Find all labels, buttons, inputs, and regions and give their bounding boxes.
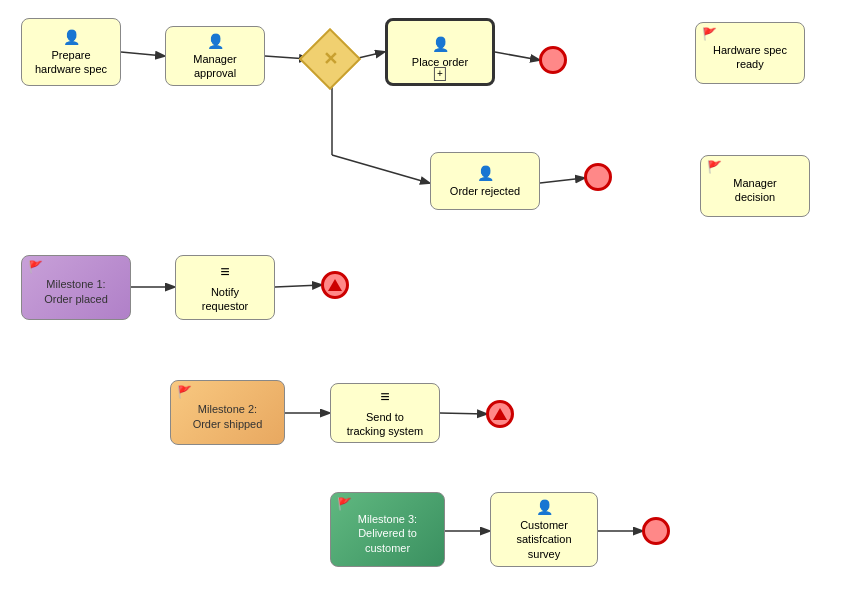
milestone-1-label: Milestone 1: Order placed <box>44 269 108 306</box>
script-icon-2: ≡ <box>380 387 389 408</box>
svg-line-0 <box>121 52 164 56</box>
hw-spec-ready-node: 🚩 Hardware spec ready <box>695 22 805 84</box>
flag-icon-4: 🚩 <box>177 385 192 401</box>
notify-requestor-label: Notify requestor <box>202 285 248 314</box>
svg-line-6 <box>540 178 584 183</box>
manager-decision-node: 🚩 Manager decision <box>700 155 810 217</box>
user-icon3: 👤 <box>432 35 449 53</box>
customer-survey-label: Customer satisfcation survey <box>516 518 571 561</box>
user-icon5: 👤 <box>536 498 553 516</box>
flag-icon-2: 🚩 <box>707 160 722 176</box>
user-icon2: 👤 <box>207 32 224 50</box>
user-icon: 👤 <box>63 28 80 46</box>
gateway-node: ✕ <box>299 28 361 90</box>
script-icon-1: ≡ <box>220 262 229 283</box>
intermediate-event-2 <box>486 400 514 428</box>
manager-approval-node: 👤 Manager approval <box>165 26 265 86</box>
triangle-icon-2 <box>493 408 507 420</box>
triangle-icon-1 <box>328 279 342 291</box>
place-order-node: 👤 Place order + <box>385 18 495 86</box>
gateway-symbol: ✕ <box>323 48 338 70</box>
svg-line-8 <box>275 285 321 287</box>
manager-approval-label: Manager approval <box>193 52 236 81</box>
flag-icon-5: 🚩 <box>337 497 352 513</box>
milestone-3-label: Milestone 3: Delivered to customer <box>358 504 417 555</box>
svg-line-10 <box>440 413 486 414</box>
intermediate-event-1 <box>321 271 349 299</box>
hw-spec-ready-label: Hardware spec ready <box>713 35 787 72</box>
notify-requestor-node: ≡ Notify requestor <box>175 255 275 320</box>
manager-decision-label: Manager decision <box>733 168 776 205</box>
flag-icon-1: 🚩 <box>702 27 717 43</box>
flag-icon-3: 🚩 <box>28 260 43 276</box>
milestone-2-label: Milestone 2: Order shipped <box>193 394 263 431</box>
customer-survey-node: 👤 Customer satisfcation survey <box>490 492 598 567</box>
milestone-3-node: 🚩 Milestone 3: Delivered to customer <box>330 492 445 567</box>
svg-line-5 <box>332 155 429 183</box>
order-rejected-node: 👤 Order rejected <box>430 152 540 210</box>
end-event-3 <box>642 517 670 545</box>
plus-marker: + <box>434 67 446 81</box>
send-tracking-label: Send to tracking system <box>347 410 423 439</box>
end-event-2 <box>584 163 612 191</box>
prepare-hardware-spec-label: Prepare hardware spec <box>35 48 107 77</box>
prepare-hardware-spec-node: 👤 Prepare hardware spec <box>21 18 121 86</box>
milestone-2-node: 🚩 Milestone 2: Order shipped <box>170 380 285 445</box>
order-rejected-label: Order rejected <box>450 184 520 198</box>
milestone-1-node: 🚩 Milestone 1: Order placed <box>21 255 131 320</box>
user-icon4: 👤 <box>477 164 494 182</box>
send-tracking-node: ≡ Send to tracking system <box>330 383 440 443</box>
end-event-1 <box>539 46 567 74</box>
svg-line-3 <box>495 52 539 60</box>
